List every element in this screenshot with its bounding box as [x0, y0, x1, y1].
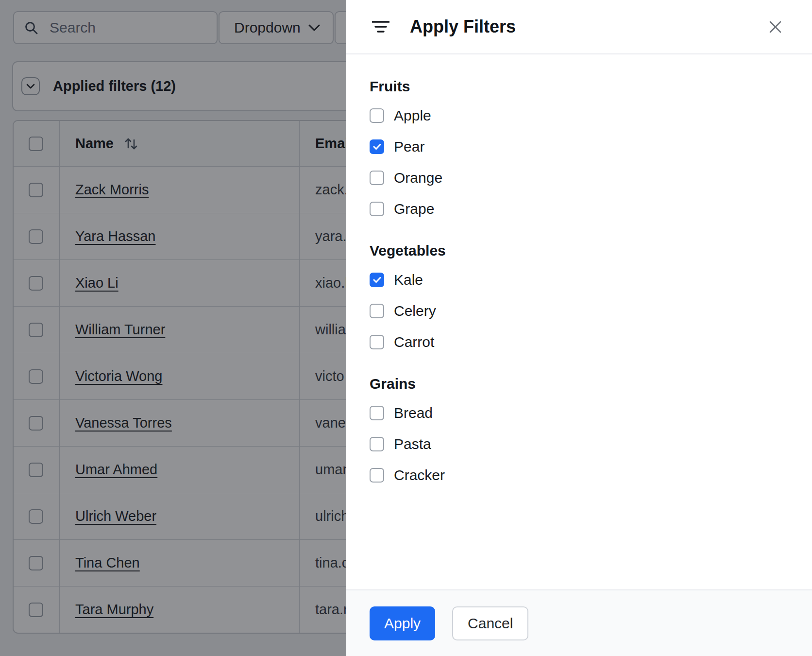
- filter-option[interactable]: Orange: [370, 162, 789, 193]
- filter-section: FruitsApplePearOrangeGrape: [370, 76, 789, 224]
- checkbox-unchecked[interactable]: [370, 468, 384, 483]
- panel-header: Apply Filters: [346, 0, 812, 54]
- checkbox-unchecked[interactable]: [370, 108, 384, 123]
- filter-option[interactable]: Apple: [370, 100, 789, 131]
- filter-option[interactable]: Kale: [370, 264, 789, 295]
- filter-option-label: Kale: [394, 272, 423, 288]
- filter-lines-icon: [372, 20, 389, 34]
- checkbox-unchecked[interactable]: [370, 304, 384, 318]
- filter-sections: FruitsApplePearOrangeGrapeVegetablesKale…: [346, 54, 812, 491]
- filter-option-label: Pear: [394, 138, 424, 155]
- apply-filters-panel: Apply Filters FruitsApplePearOrangeGrape…: [346, 0, 812, 656]
- filter-option-label: Orange: [394, 170, 442, 186]
- filter-option[interactable]: Pasta: [370, 429, 789, 460]
- checkbox-checked[interactable]: [370, 139, 384, 154]
- checkbox-unchecked[interactable]: [370, 335, 384, 349]
- filter-option[interactable]: Grape: [370, 193, 789, 224]
- filter-option-label: Carrot: [394, 334, 434, 350]
- filter-option[interactable]: Carrot: [370, 327, 789, 358]
- filter-option-label: Pasta: [394, 436, 431, 452]
- panel-footer: Apply Cancel: [346, 589, 812, 656]
- filter-section-title: Vegetables: [370, 240, 789, 261]
- filter-option[interactable]: Pear: [370, 131, 789, 162]
- filter-section: GrainsBreadPastaCracker: [370, 373, 789, 491]
- checkbox-checked[interactable]: [370, 273, 384, 287]
- filter-option-label: Grape: [394, 201, 434, 217]
- filter-option-label: Cracker: [394, 467, 445, 483]
- filter-option[interactable]: Celery: [370, 295, 789, 327]
- close-button[interactable]: [764, 16, 786, 37]
- filter-section-title: Grains: [370, 373, 789, 395]
- checkbox-unchecked[interactable]: [370, 437, 384, 451]
- panel-title: Apply Filters: [410, 17, 764, 37]
- filter-option[interactable]: Cracker: [370, 460, 789, 491]
- cancel-button[interactable]: Cancel: [452, 606, 528, 640]
- filter-option[interactable]: Bread: [370, 397, 789, 429]
- filter-option-label: Apple: [394, 107, 431, 124]
- checkbox-unchecked[interactable]: [370, 202, 384, 216]
- filter-section-title: Fruits: [370, 76, 789, 97]
- apply-button[interactable]: Apply: [370, 606, 435, 640]
- filter-option-label: Celery: [394, 303, 436, 319]
- checkbox-unchecked[interactable]: [370, 406, 384, 420]
- checkbox-unchecked[interactable]: [370, 171, 384, 185]
- filter-section: VegetablesKaleCeleryCarrot: [370, 240, 789, 358]
- filter-option-label: Bread: [394, 405, 433, 421]
